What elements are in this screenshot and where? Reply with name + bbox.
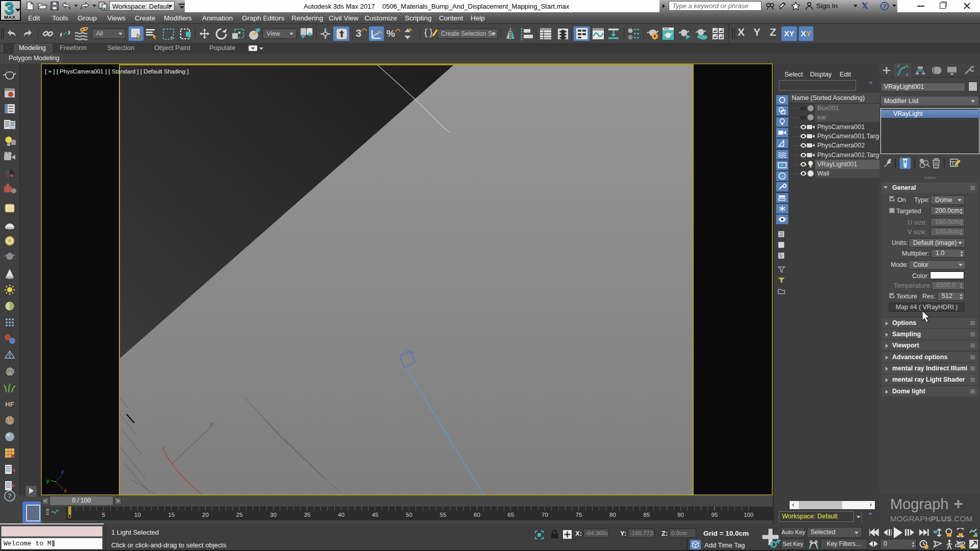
svg-text:y: y (46, 478, 50, 484)
svg-text:z: z (210, 421, 213, 427)
svg-text:HF: HF (5, 400, 14, 408)
svg-text:?: ? (8, 492, 12, 500)
svg-text:y: y (162, 445, 165, 450)
svg-text:x: x (64, 488, 67, 493)
svg-text:z: z (61, 469, 64, 474)
svg-text:?: ? (883, 3, 887, 9)
